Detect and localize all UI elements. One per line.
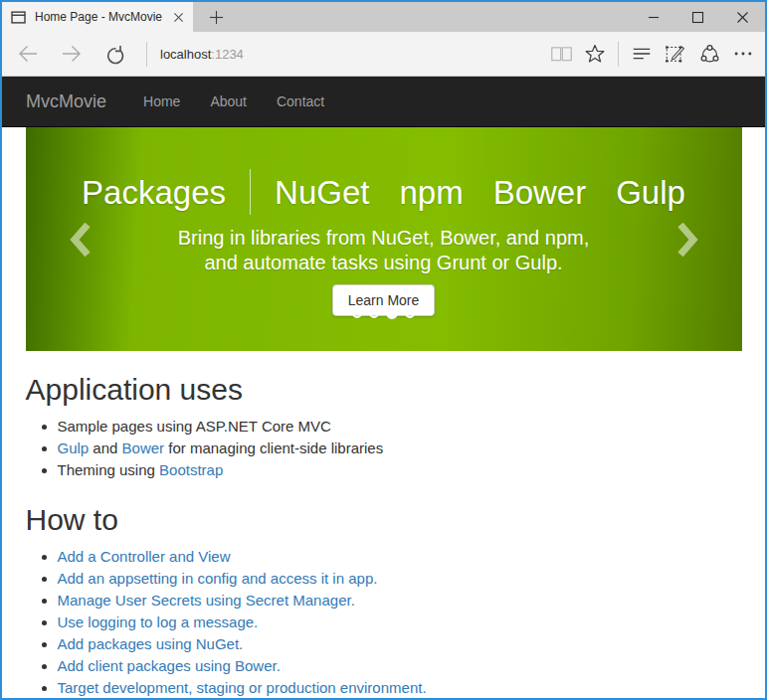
gulp-link[interactable]: Gulp <box>58 439 90 456</box>
uses-item-text: and <box>89 439 121 456</box>
toolbar-right-group <box>544 37 765 71</box>
url-port: :1234 <box>211 47 244 62</box>
carousel: Packages NuGet npm Bower Gulp Bring in l… <box>26 127 742 351</box>
maximize-button[interactable] <box>675 2 720 32</box>
chevron-left-icon <box>70 222 92 258</box>
carousel-text-line2: and automate tasks using Grunt or Gulp. <box>26 251 742 275</box>
carousel-text-line1: Bring in libraries from NuGet, Bower, an… <box>26 226 742 251</box>
list-item: Add packages using NuGet. <box>58 633 742 655</box>
site-navbar: MvcMovie Home About Contact <box>2 77 765 127</box>
page-viewport: MvcMovie Home About Contact Packages <box>2 77 765 698</box>
web-note-button[interactable] <box>659 37 692 71</box>
new-tab-button[interactable] <box>193 2 239 32</box>
howto-link-controller-view[interactable]: Add a Controller and View <box>58 548 231 565</box>
star-icon <box>584 43 606 65</box>
list-item: Gulp and Bower for managing client-side … <box>58 438 742 459</box>
nav-item-contact[interactable]: Contact <box>262 93 339 109</box>
plus-icon <box>209 10 224 25</box>
uses-item-text: for managing client-side libraries <box>164 439 383 456</box>
navbar-brand[interactable]: MvcMovie <box>26 91 106 112</box>
address-bar[interactable]: localhost:1234 <box>160 47 244 62</box>
close-window-button[interactable] <box>720 2 765 32</box>
tab-close-icon[interactable] <box>173 12 184 23</box>
carousel-indicators <box>26 307 742 319</box>
heading-item-npm: npm <box>399 176 463 209</box>
uses-item-text: Theming using <box>58 461 160 478</box>
refresh-icon <box>105 44 126 65</box>
howto-link-environment[interactable]: Target development, staging or productio… <box>58 679 427 696</box>
ellipsis-icon <box>732 43 754 65</box>
nav-item-about[interactable]: About <box>195 93 262 109</box>
uses-item-text: Sample pages using ASP.NET Core MVC <box>58 418 331 435</box>
carousel-next-button[interactable] <box>676 222 698 262</box>
bootstrap-link[interactable]: Bootstrap <box>159 461 223 478</box>
page-favicon-icon <box>11 11 26 24</box>
howto-link-bower[interactable]: Add client packages using Bower. <box>58 657 281 674</box>
heading-item-bower: Bower <box>493 176 587 209</box>
back-button[interactable] <box>6 35 50 73</box>
toolbar-divider <box>618 42 619 67</box>
carousel-indicator-2[interactable] <box>369 308 379 318</box>
titlebar-drag-area <box>239 2 631 32</box>
carousel-indicator-1[interactable] <box>352 308 362 318</box>
minimize-icon <box>648 11 660 23</box>
browser-window: Home Page - MvcMovie <box>0 0 767 700</box>
heading-item-gulp: Gulp <box>616 176 685 209</box>
heading-item-nuget: NuGet <box>275 176 369 209</box>
forward-button[interactable] <box>50 35 94 73</box>
main-content: Application uses Sample pages using ASP.… <box>26 373 742 698</box>
close-icon <box>736 11 749 24</box>
toolbar-divider <box>146 42 147 67</box>
list-item: Theming using Bootstrap <box>58 459 742 481</box>
carousel-prev-button[interactable] <box>70 222 92 262</box>
carousel-indicator-4[interactable] <box>405 308 415 318</box>
more-actions-button[interactable] <box>726 37 760 71</box>
reading-view-button[interactable] <box>544 37 578 71</box>
list-item: Add an appsetting in config and access i… <box>58 568 742 590</box>
titlebar: Home Page - MvcMovie <box>2 2 765 32</box>
chevron-right-icon <box>676 222 698 258</box>
list-item: Target development, staging or productio… <box>58 677 742 698</box>
howto-link-logging[interactable]: Use logging to log a message. <box>58 613 259 630</box>
reading-view-book-icon <box>550 45 573 64</box>
carousel-indicator-3-active[interactable] <box>386 307 398 319</box>
forward-arrow-icon <box>61 43 83 65</box>
carousel-caption: Packages NuGet npm Bower Gulp Bring in l… <box>26 127 742 316</box>
carousel-heading-primary: Packages <box>82 176 226 209</box>
list-item: Add a Controller and View <box>58 546 742 568</box>
url-host: localhost <box>160 47 211 62</box>
web-note-pen-icon <box>665 43 686 65</box>
section-title-application-uses: Application uses <box>26 373 742 406</box>
favorites-button[interactable] <box>578 37 612 71</box>
carousel-heading: Packages NuGet npm Bower Gulp <box>26 169 742 215</box>
list-item: Use logging to log a message. <box>58 612 742 633</box>
heading-divider <box>250 169 251 215</box>
howto-link-user-secrets[interactable]: Manage User Secrets using Secret Manager… <box>58 592 355 609</box>
refresh-button[interactable] <box>94 35 137 73</box>
bower-link[interactable]: Bower <box>122 439 165 456</box>
browser-tab[interactable]: Home Page - MvcMovie <box>2 2 193 32</box>
list-item: Sample pages using ASP.NET Core MVC <box>58 416 742 438</box>
application-uses-list: Sample pages using ASP.NET Core MVC Gulp… <box>26 416 742 481</box>
list-item: Add client packages using Bower. <box>58 655 742 677</box>
list-item: Manage User Secrets using Secret Manager… <box>58 590 742 612</box>
nav-item-home[interactable]: Home <box>128 93 195 109</box>
browser-toolbar: localhost:1234 <box>2 32 765 77</box>
hub-button[interactable] <box>625 37 659 71</box>
howto-link-appsetting[interactable]: Add an appsetting in config and access i… <box>58 570 378 587</box>
back-arrow-icon <box>17 43 39 65</box>
share-button[interactable] <box>692 37 726 71</box>
hub-lines-icon <box>631 43 653 65</box>
how-to-list: Add a Controller and View Add an appsett… <box>26 546 742 698</box>
share-icon <box>698 43 721 66</box>
minimize-button[interactable] <box>631 2 675 32</box>
howto-link-nuget[interactable]: Add packages using NuGet. <box>58 635 244 652</box>
section-title-how-to: How to <box>26 503 742 536</box>
maximize-icon <box>691 11 704 24</box>
tab-title: Home Page - MvcMovie <box>35 10 164 24</box>
